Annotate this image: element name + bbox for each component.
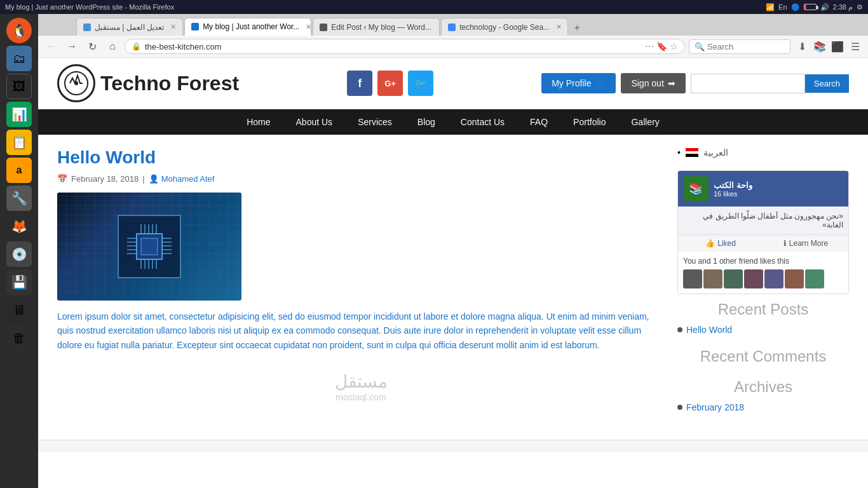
sidebar-toggle-icon[interactable]: ⬛ bbox=[830, 39, 845, 54]
sign-out-button[interactable]: Sign out ➡ bbox=[621, 73, 685, 93]
site-search-button[interactable]: Search bbox=[805, 74, 849, 93]
fb-page-likes: 16 likes bbox=[714, 190, 752, 198]
sidebar: • العربية 📚 واحة الكتب 16 likes «نحن bbox=[677, 147, 849, 427]
nav-portfolio[interactable]: Portfolio bbox=[560, 109, 618, 135]
arabic-language-link[interactable]: العربية bbox=[703, 147, 728, 158]
tab2-close[interactable]: ✕ bbox=[306, 23, 311, 31]
forward-button[interactable]: → bbox=[64, 38, 80, 55]
my-profile-button[interactable]: My Profile 👤 bbox=[541, 73, 616, 93]
twitter-button[interactable]: 🐦 bbox=[408, 71, 433, 96]
search-magnifier-icon: 🔍 bbox=[695, 42, 705, 51]
more-icon[interactable]: ⋯ bbox=[645, 41, 654, 51]
lock-icon: 🔒 bbox=[132, 42, 141, 51]
archive-link-1[interactable]: February 2018 bbox=[686, 402, 744, 412]
menu-icon[interactable]: ☰ bbox=[848, 39, 863, 54]
app-icon-slides[interactable]: 📋 bbox=[6, 130, 32, 155]
app-icon-firefox[interactable]: 🦊 bbox=[6, 214, 32, 239]
recent-post-link-1[interactable]: Hello World bbox=[686, 325, 732, 335]
new-tab-button[interactable]: + bbox=[569, 20, 585, 36]
bullet-icon bbox=[677, 327, 682, 332]
wifi-icon: 📶 bbox=[766, 3, 775, 11]
tab-2[interactable]: My blog | Just another Wor... ✕ bbox=[184, 18, 311, 36]
reload-button[interactable]: ↻ bbox=[84, 38, 100, 55]
tab-3[interactable]: Edit Post ‹ My blog — Word... ✕ bbox=[313, 18, 440, 36]
bookmark-star-icon[interactable]: ☆ bbox=[670, 41, 678, 51]
settings-icon: ⚙ bbox=[857, 3, 863, 11]
svg-rect-3 bbox=[141, 238, 158, 255]
app-icon-disk2[interactable]: 💾 bbox=[6, 269, 32, 295]
site-search-input[interactable] bbox=[691, 74, 805, 93]
address-input[interactable] bbox=[145, 42, 641, 51]
recent-comments-widget: Recent Comments bbox=[677, 348, 849, 365]
friend-avatars-list bbox=[683, 269, 843, 288]
app-icon-disk1[interactable]: 💿 bbox=[6, 241, 32, 267]
recent-comments-title: Recent Comments bbox=[677, 348, 849, 365]
browser-content-area: تعديل العمل | مستقبل ✕ My blog | Just an… bbox=[38, 14, 868, 452]
post-title: Hello World bbox=[57, 147, 665, 168]
library-icon[interactable]: 📚 bbox=[812, 39, 827, 54]
archives-widget: Archives February 2018 bbox=[677, 378, 849, 412]
watermark-arabic: مستقل bbox=[64, 371, 658, 392]
tab3-close[interactable]: ✕ bbox=[438, 23, 440, 31]
calendar-icon: 📅 bbox=[57, 174, 67, 184]
logo-text: Techno Forest bbox=[100, 72, 239, 95]
nav-services[interactable]: Services bbox=[345, 109, 405, 135]
tab1-favicon bbox=[83, 24, 91, 31]
tab1-close[interactable]: ✕ bbox=[170, 23, 176, 31]
tab4-favicon bbox=[448, 24, 456, 31]
nav-about[interactable]: About Us bbox=[283, 109, 346, 135]
app-icon-amazon[interactable]: a bbox=[6, 158, 32, 183]
fb-learn-more-label: Learn More bbox=[789, 239, 828, 248]
sign-out-arrow-icon: ➡ bbox=[668, 78, 675, 88]
back-button[interactable]: ← bbox=[43, 38, 60, 55]
nav-blog[interactable]: Blog bbox=[405, 109, 448, 135]
app-icon-disk3[interactable]: 🖥 bbox=[6, 297, 32, 323]
app-icon-image-viewer[interactable]: 🖼 bbox=[6, 74, 32, 99]
fb-widget-footer: You and 1 other friend likes this bbox=[678, 252, 848, 294]
separator: | bbox=[142, 174, 144, 184]
browser-search-bar[interactable]: 🔍 bbox=[689, 39, 790, 54]
browser-tabs-bar: تعديل العمل | مستقبل ✕ My blog | Just an… bbox=[38, 14, 868, 36]
app-icon-files[interactable]: 🗂 bbox=[6, 46, 32, 71]
nav-gallery[interactable]: Gallery bbox=[618, 109, 672, 135]
download-icon[interactable]: ⬇ bbox=[794, 39, 810, 54]
facebook-icon: f bbox=[358, 77, 362, 90]
app-icon-trash[interactable]: 🗑 bbox=[6, 325, 32, 351]
home-button[interactable]: ⌂ bbox=[104, 38, 121, 55]
fb-thumb-icon: 👍 bbox=[705, 239, 715, 248]
browser-search-input[interactable] bbox=[707, 42, 785, 51]
fb-friends-text: You and 1 other friend likes this bbox=[683, 257, 843, 266]
volume-icon: 🔊 bbox=[820, 3, 829, 11]
fb-liked-button[interactable]: 👍 Liked bbox=[678, 235, 763, 252]
fb-learn-more-button[interactable]: ℹ Learn More bbox=[763, 235, 848, 252]
lang-indicator: En bbox=[778, 3, 787, 11]
arabic-link-widget: • العربية bbox=[677, 147, 849, 158]
profile-person-icon: 👤 bbox=[595, 78, 606, 88]
nav-home[interactable]: Home bbox=[234, 109, 283, 135]
header-actions: My Profile 👤 Sign out ➡ Search bbox=[541, 73, 849, 93]
fb-widget-info: واحة الكتب 16 likes bbox=[714, 180, 752, 198]
pocket-icon[interactable]: 🔖 bbox=[656, 41, 667, 51]
tab4-close[interactable]: ✕ bbox=[556, 23, 562, 31]
app-icon-tools[interactable]: 🔧 bbox=[6, 186, 32, 211]
tab-4[interactable]: technology - Google Sea... ✕ bbox=[441, 18, 568, 36]
tab-1[interactable]: تعديل العمل | مستقبل ✕ bbox=[76, 18, 183, 36]
facebook-widget: 📚 واحة الكتب 16 likes «نحن مهجورون مثل أ… bbox=[677, 170, 849, 294]
site-logo: Techno Forest bbox=[57, 64, 239, 102]
facebook-button[interactable]: f bbox=[347, 71, 372, 96]
author-link[interactable]: 👤 Mohamed Atef bbox=[149, 174, 215, 184]
nav-faq[interactable]: FAQ bbox=[517, 109, 560, 135]
nav-contact[interactable]: Contact Us bbox=[448, 109, 517, 135]
app-icon-ubuntu[interactable]: 🐧 bbox=[6, 18, 32, 43]
fb-widget-description: «نحن مهجورون مثل أطفال ضلّوا الطريق في ا… bbox=[678, 207, 848, 234]
chip-visual bbox=[118, 215, 181, 278]
tab3-favicon bbox=[320, 24, 327, 31]
app-icon-sheets[interactable]: 📊 bbox=[6, 102, 32, 127]
sign-out-label: Sign out bbox=[631, 78, 663, 88]
fb-widget-actions: 👍 Liked ℹ Learn More bbox=[678, 234, 848, 252]
twitter-icon: 🐦 bbox=[414, 78, 427, 90]
google-button[interactable]: G+ bbox=[377, 71, 403, 96]
archives-title: Archives bbox=[677, 378, 849, 396]
recent-posts-widget: Recent Posts Hello World bbox=[677, 301, 849, 335]
address-bar[interactable]: 🔒 ⋯ 🔖 ☆ bbox=[125, 39, 685, 54]
